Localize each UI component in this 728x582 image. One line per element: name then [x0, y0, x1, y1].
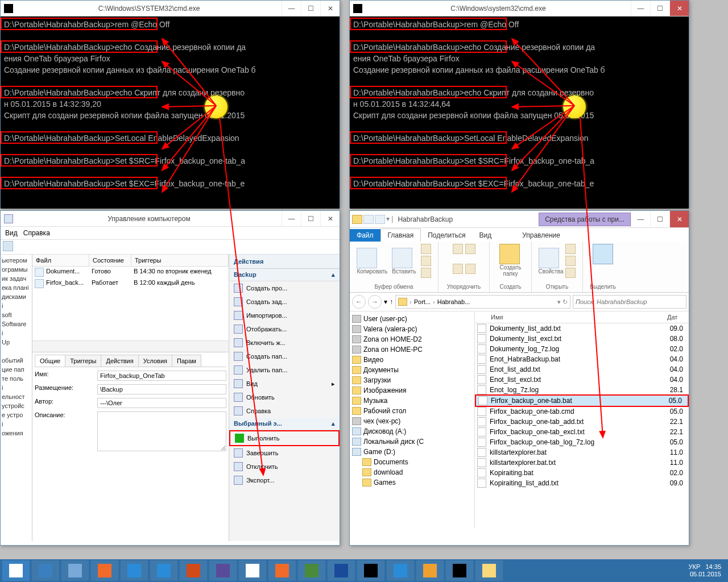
- tree-node[interactable]: Документы: [352, 365, 472, 375]
- cmd-window-left[interactable]: C:\Windows\SYSTEM32\cmd.exe — ☐ ✕ D:\Por…: [0, 0, 340, 208]
- minimize-button[interactable]: —: [282, 1, 301, 16]
- action-item[interactable]: Обновить: [229, 390, 340, 404]
- tree-node[interactable]: чех (чех-рс): [352, 416, 472, 426]
- minimize-button[interactable]: —: [631, 1, 650, 16]
- contextual-tab[interactable]: Средства работы с при...: [539, 213, 631, 226]
- menubar[interactable]: Вид Справка: [1, 227, 340, 240]
- menu-help[interactable]: Справка: [23, 229, 50, 237]
- shortcut-icon[interactable]: [421, 268, 431, 278]
- file-row[interactable]: killstartexplorer.bat11.0: [475, 447, 689, 458]
- task-row[interactable]: Dokument...ГотовоВ 14:30 по вторник ежен…: [32, 267, 229, 278]
- taskbar-app[interactable]: [32, 560, 59, 581]
- newfolder-icon[interactable]: [499, 244, 520, 264]
- tab[interactable]: Триггеры: [65, 355, 101, 367]
- action-item[interactable]: Справка: [229, 404, 340, 418]
- cmd-window-right[interactable]: C:\Windows\system32\cmd.exe — ☐ ✕ D:\Por…: [349, 0, 689, 208]
- taskbar-app[interactable]: [446, 560, 473, 581]
- column-headers[interactable]: Файл Состояние Триггеры: [32, 255, 229, 267]
- file-row[interactable]: killstartexplorer.bat.txt11.0: [475, 458, 689, 468]
- explorer-window[interactable]: ▾ | HabrahabrBackup Средства работы с пр…: [349, 210, 689, 546]
- taskbar-app[interactable]: [239, 560, 266, 581]
- action-item[interactable]: Выполнить: [229, 430, 340, 446]
- breadcrumb[interactable]: ›Port... ›Habrahab... ▾ ↻: [395, 295, 570, 309]
- maximize-button[interactable]: ☐: [301, 1, 320, 16]
- task-list[interactable]: Dokument...ГотовоВ 14:30 по вторник ежен…: [32, 267, 229, 340]
- file-row[interactable]: Firfox_backup_one-tab.cmd05.0: [475, 406, 689, 417]
- action-item[interactable]: Завершить: [229, 446, 340, 460]
- cut-icon[interactable]: [421, 244, 431, 254]
- taskbar-app[interactable]: [416, 560, 444, 581]
- tray-time[interactable]: 14:35: [705, 563, 721, 570]
- col-file[interactable]: Файл: [32, 255, 89, 266]
- maximize-button[interactable]: ☐: [650, 211, 669, 227]
- taskbar[interactable]: УКР 14:35 05.01.2015: [0, 559, 728, 582]
- qat-icon[interactable]: [363, 215, 374, 224]
- file-row[interactable]: Dokumenty_log_7z.log02.0: [475, 344, 689, 354]
- tab-manage[interactable]: Управление: [515, 229, 567, 242]
- moveto-icon[interactable]: [453, 244, 463, 254]
- tree-node[interactable]: Zona on HOME-PC: [352, 344, 472, 355]
- maximize-button[interactable]: ☐: [650, 1, 669, 16]
- tab-view[interactable]: Вид: [472, 229, 498, 242]
- titlebar[interactable]: Управление компьютером — ☐ ✕: [1, 211, 340, 227]
- tab[interactable]: Условия: [138, 355, 172, 367]
- action-group-backup[interactable]: Backup▴: [229, 269, 340, 281]
- up-button[interactable]: ↑: [390, 298, 393, 306]
- file-row[interactable]: Dokumenty_list_add.txt09.0: [475, 323, 689, 334]
- minimize-button[interactable]: —: [631, 211, 650, 227]
- action-item[interactable]: Создать про...: [229, 281, 340, 295]
- forward-button[interactable]: →: [368, 295, 382, 309]
- taskbar-app[interactable]: [91, 560, 118, 581]
- search-input[interactable]: [573, 295, 686, 309]
- tray-lang[interactable]: УКР: [689, 563, 701, 570]
- file-row[interactable]: Kopiraiting_list_add.txt09.0: [475, 478, 689, 488]
- tree-node[interactable]: download: [362, 467, 472, 477]
- properties-icon[interactable]: [539, 248, 559, 268]
- taskbar-app[interactable]: [180, 560, 207, 581]
- edit-icon[interactable]: [565, 256, 576, 266]
- file-row[interactable]: Enot_log_7z.log28.1: [475, 385, 689, 395]
- task-row[interactable]: Firfox_back...РаботаетВ 12:00 каждый ден…: [32, 278, 229, 289]
- tab[interactable]: Парам: [172, 355, 201, 367]
- file-row[interactable]: Firfox_backup_one-tab_log_7z.log05.0: [475, 437, 689, 447]
- nav-tree[interactable]: User (user-pc)Valera (valera-pc)Zona on …: [350, 311, 475, 527]
- action-item[interactable]: Экспорт...: [229, 473, 340, 487]
- action-item[interactable]: Создать пап...: [229, 350, 340, 363]
- col-state[interactable]: Состояние: [89, 255, 131, 266]
- file-list[interactable]: Имя Дат Dokumenty_list_add.txt09.0Dokume…: [475, 311, 689, 527]
- tree-node[interactable]: Изображения: [352, 385, 472, 396]
- tree-node[interactable]: Valera (valera-pc): [352, 324, 472, 334]
- close-button[interactable]: ✕: [669, 1, 689, 16]
- copyto-icon[interactable]: [465, 244, 475, 254]
- tree-node[interactable]: Zona on HOME-D2: [352, 334, 472, 344]
- value-name[interactable]: Firfox_backup_OneTab: [97, 371, 226, 381]
- menu-view[interactable]: Вид: [5, 229, 18, 237]
- action-group-selected[interactable]: Выбранный э...▴: [229, 418, 340, 430]
- file-row[interactable]: Enot_list_excl.txt04.0: [475, 375, 689, 385]
- close-button[interactable]: ✕: [320, 211, 340, 226]
- titlebar[interactable]: C:\Windows\system32\cmd.exe — ☐ ✕: [350, 1, 689, 16]
- terminal-output[interactable]: D:\Portable\HabrahabrBackup>rem @Echo Of…: [350, 16, 689, 209]
- history-icon[interactable]: [565, 268, 576, 278]
- rename-icon[interactable]: [465, 264, 475, 274]
- taskbar-app[interactable]: [387, 560, 414, 581]
- value-description[interactable]: [97, 411, 226, 451]
- taskbar-app[interactable]: [268, 560, 296, 581]
- system-tray[interactable]: УКР 14:35 05.01.2015: [689, 563, 726, 578]
- recent-dropdown[interactable]: ▾: [384, 298, 387, 306]
- file-row[interactable]: Dokumenty_list_excl.txt08.0: [475, 334, 689, 344]
- action-item[interactable]: Удалить пап...: [229, 363, 340, 377]
- tree-node[interactable]: Загрузки: [352, 375, 472, 385]
- column-headers[interactable]: Имя Дат: [475, 311, 689, 323]
- tree-node[interactable]: Видео: [352, 355, 472, 365]
- nav-tree[interactable]: ьютеромограммыик задачека планідискамиіs…: [1, 255, 32, 541]
- taskbar-app[interactable]: [357, 560, 384, 581]
- copy-icon[interactable]: [357, 248, 377, 268]
- tree-node[interactable]: Games: [362, 477, 472, 488]
- taskbar-app[interactable]: [298, 560, 325, 581]
- taskbar-app[interactable]: [209, 560, 237, 581]
- taskbar-app[interactable]: [475, 560, 503, 581]
- tab[interactable]: Общие: [35, 355, 65, 367]
- back-button[interactable]: ←: [352, 295, 366, 309]
- action-item[interactable]: Включить ж...: [229, 336, 340, 350]
